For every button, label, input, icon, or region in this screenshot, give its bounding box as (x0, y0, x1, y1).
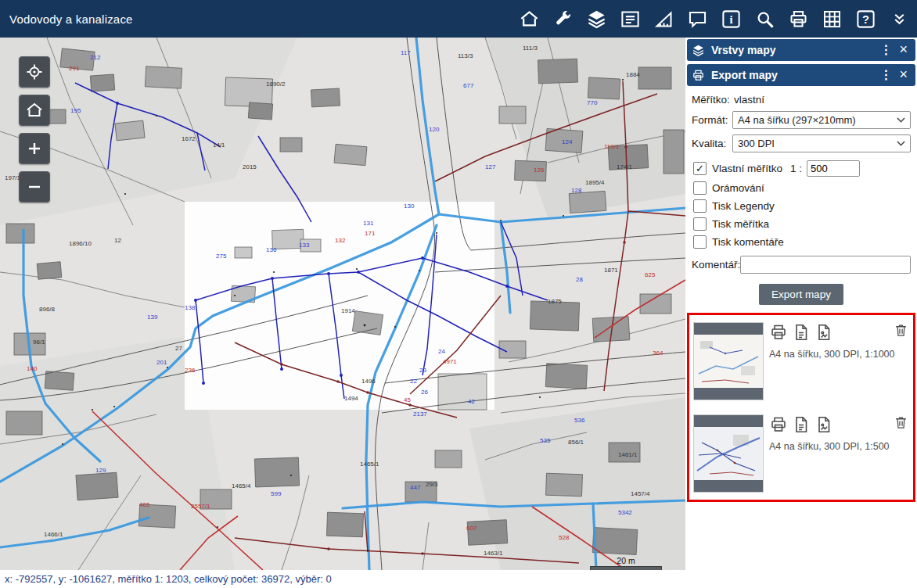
delete-export-icon[interactable] (894, 323, 908, 338)
download-pdf-icon[interactable] (792, 323, 811, 342)
export-panel-menu-icon[interactable]: ⋮ (874, 69, 897, 81)
svg-text:27: 27 (175, 345, 182, 352)
locate-button[interactable] (19, 56, 50, 88)
collapse-icon[interactable] (887, 7, 911, 30)
status-bar: x: -792557, y: -1061627, měřítko 1: 1203… (0, 570, 917, 588)
zoom-out-button[interactable] (19, 171, 50, 203)
svg-text:195: 195 (70, 107, 81, 114)
delete-export-icon[interactable] (894, 415, 908, 430)
svg-text:536: 536 (574, 417, 585, 424)
svg-text:133: 133 (299, 242, 310, 249)
zoom-in-button[interactable] (19, 133, 50, 164)
svg-text:130: 130 (404, 203, 415, 210)
measure-icon[interactable] (652, 7, 675, 30)
app-title: Vodovody a kanalizace (0, 13, 133, 26)
export-map-button[interactable]: Export mapy (759, 284, 843, 305)
home-icon[interactable] (517, 7, 541, 30)
print-export-icon[interactable] (769, 415, 788, 434)
download-pdf-icon[interactable] (792, 415, 811, 434)
svg-text:1466/1: 1466/1 (44, 531, 63, 538)
svg-text:126: 126 (534, 167, 545, 174)
svg-text:1871: 1871 (604, 267, 618, 274)
svg-text:124: 124 (562, 138, 573, 145)
wrench-icon[interactable] (551, 7, 574, 30)
svg-text:139: 139 (147, 314, 158, 321)
layers-panel-close-icon[interactable]: × (897, 42, 911, 58)
svg-text:236: 236 (185, 367, 196, 374)
print-legend-checkbox[interactable] (693, 199, 707, 213)
comment-input[interactable] (740, 256, 911, 274)
svg-text:117: 117 (401, 49, 411, 56)
thumbnail-bottom-bar (694, 388, 763, 400)
help-icon[interactable]: ? (854, 7, 877, 30)
svg-text:364: 364 (653, 350, 663, 357)
download-image-icon[interactable] (815, 415, 833, 434)
svg-text:291: 291 (69, 65, 80, 72)
print-export-icon[interactable] (769, 323, 788, 342)
svg-text:?: ? (862, 13, 869, 26)
svg-text:1895/4: 1895/4 (585, 179, 605, 186)
svg-text:42: 42 (468, 398, 475, 405)
download-image-icon[interactable] (815, 323, 833, 342)
custom-scale-input[interactable] (807, 160, 860, 177)
export-thumbnail[interactable] (694, 415, 763, 492)
frame-label: Orámování (712, 182, 764, 194)
svg-text:29/3: 29/3 (426, 481, 438, 488)
svg-text:1461/1: 1461/1 (618, 451, 638, 458)
svg-text:23: 23 (419, 367, 426, 374)
svg-text:528: 528 (559, 534, 570, 541)
svg-text:111/3: 111/3 (523, 45, 538, 52)
layers-panel-menu-icon[interactable]: ⋮ (874, 44, 897, 56)
layers-icon[interactable] (584, 7, 608, 30)
search-icon[interactable] (753, 7, 776, 30)
svg-text:140: 140 (27, 365, 38, 372)
svg-text:119/1: 119/1 (604, 143, 620, 150)
thumbnail-top-bar (694, 323, 763, 335)
quality-select[interactable]: 300 DPI (732, 134, 911, 152)
svg-text:127: 127 (485, 163, 496, 170)
legend-icon[interactable] (618, 7, 642, 30)
quality-select-value: 300 DPI (738, 138, 775, 149)
svg-text:2137: 2137 (413, 411, 427, 418)
svg-text:14/1: 14/1 (213, 142, 225, 149)
chevron-down-icon (897, 141, 905, 146)
export-panel-header: Export mapy ⋮ × (687, 64, 915, 86)
frame-checkbox[interactable] (693, 181, 707, 195)
scalebar-label: 20 m (590, 556, 662, 565)
thumbnail-map-preview (694, 427, 763, 480)
svg-text:4971: 4971 (443, 358, 457, 365)
svg-text:275: 275 (216, 253, 227, 260)
export-thumbnail[interactable] (694, 323, 763, 400)
svg-text:677: 677 (463, 82, 474, 89)
print-scalebar-checkbox[interactable] (693, 217, 707, 231)
svg-text:607: 607 (466, 525, 477, 532)
grid-icon[interactable] (820, 7, 843, 30)
info-icon[interactable]: i (719, 7, 743, 30)
export-history-item: A4 na šířku, 300 DPI, 1:1000 (694, 323, 908, 400)
layers-panel-title: Vrstvy mapy (711, 44, 874, 56)
export-panel-close-icon[interactable]: × (897, 67, 911, 83)
svg-text:2015: 2015 (243, 163, 257, 170)
svg-text:132: 132 (335, 237, 346, 244)
svg-text:625: 625 (645, 271, 656, 278)
print-icon[interactable] (786, 7, 810, 30)
print-icon (692, 68, 706, 82)
svg-text:1875: 1875 (548, 298, 562, 305)
svg-text:24: 24 (438, 348, 445, 355)
svg-text:129: 129 (95, 467, 106, 474)
svg-text:1496: 1496 (361, 378, 376, 385)
svg-text:131: 131 (363, 220, 374, 227)
comment-label: Komentář: (692, 259, 740, 271)
custom-scale-checkbox[interactable] (693, 162, 707, 175)
print-comment-checkbox[interactable] (693, 235, 707, 249)
map-canvas[interactable]: 212291117113/3111/31890/2677195148149770… (0, 38, 685, 570)
top-bar: Vodovody a kanalizace i ? (0, 0, 917, 38)
comment-icon[interactable] (685, 7, 709, 30)
print-legend-label: Tisk Legendy (712, 200, 775, 212)
svg-text:896/8: 896/8 (39, 306, 56, 313)
svg-text:26: 26 (421, 389, 428, 396)
format-select[interactable]: A4 na šířku (297×210mm) (732, 111, 911, 129)
svg-text:856/1: 856/1 (568, 439, 584, 446)
home-extent-button[interactable] (19, 95, 50, 126)
thumbnail-bottom-bar (694, 480, 763, 492)
